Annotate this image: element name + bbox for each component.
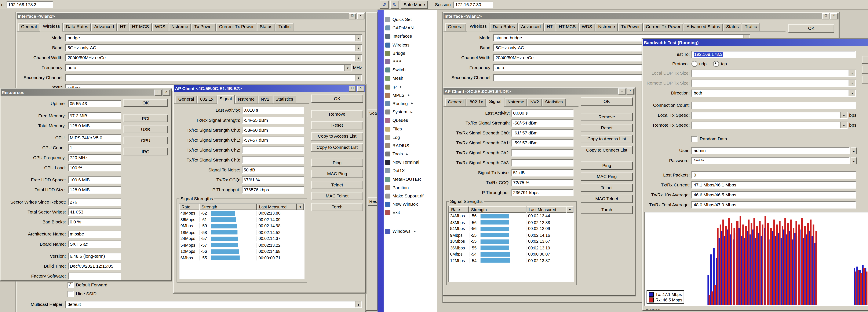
sidebar-menu-item[interactable]: Bridge ▸ (384, 49, 437, 58)
undo-button[interactable]: ↺ (380, 1, 389, 9)
tab[interactable]: Wireless (40, 23, 63, 32)
column-filter-icon[interactable]: ▼ (297, 204, 304, 210)
sidebar-menu-item[interactable]: PPP ▸ (384, 58, 437, 66)
sidebar-menu-item[interactable]: Switch ▸ (384, 66, 437, 74)
tab[interactable]: Nstreme (169, 23, 191, 31)
tab[interactable]: HT MCS (129, 23, 152, 31)
tab[interactable]: Nstreme (505, 99, 527, 106)
tab[interactable]: NV2 (258, 96, 272, 104)
user-input[interactable]: admin (691, 147, 850, 154)
tab[interactable]: Traffic (742, 23, 760, 31)
sidebar-menu-item[interactable]: Routing ▸ (384, 100, 437, 108)
session-input[interactable]: 172.16.27.30 (454, 1, 493, 8)
checkbox[interactable] (67, 282, 74, 288)
titlebar[interactable]: AP Client <4C:5E:0C:E1:64:DF> □ × (443, 88, 635, 95)
sidebar-menu-item[interactable]: Wireless ▸ (384, 41, 437, 49)
ok-button[interactable]: OK (788, 24, 834, 33)
safe-mode-button[interactable]: Safe Mode (401, 1, 428, 9)
tab[interactable]: Signal (217, 95, 235, 104)
protocol-radio[interactable]: tcp (713, 61, 727, 67)
ap-client-button[interactable]: Ping (581, 162, 633, 170)
dropdown-icon[interactable]: ▼ (355, 302, 362, 308)
dropdown-icon[interactable]: ▼ (355, 55, 362, 61)
sidebar-menu-item[interactable]: Mesh ▸ (384, 74, 437, 83)
ap-client-button[interactable]: Remove (311, 110, 363, 118)
combo-input[interactable]: auto ▼ (65, 64, 351, 71)
table-row[interactable]: 6Mbps -54 00:00:00.07 (449, 251, 574, 257)
session-input[interactable]: 192.168.178.3 (6, 1, 53, 8)
column-header-last-measured[interactable]: Last Measured (526, 206, 566, 213)
checkbox[interactable] (67, 291, 74, 297)
column-filter-icon[interactable]: ▼ (566, 206, 574, 213)
ap-client-button[interactable]: MAC Telnet (311, 192, 363, 200)
tab[interactable]: Wireless (467, 23, 490, 32)
ap-client-button[interactable]: Torch (581, 206, 633, 214)
table-row[interactable]: 48Mbps -56 00:02:12.88 (449, 219, 574, 226)
sidebar-menu-item[interactable]: MetaROUTER ▸ (384, 175, 437, 183)
sidebar-menu-item[interactable]: Partition ▸ (384, 183, 437, 192)
sidebar-menu-item[interactable]: RADIUS ▸ (384, 141, 437, 150)
sidebar-menu-item[interactable]: System ▸ (384, 108, 437, 116)
maximize-button[interactable]: □ (349, 13, 356, 19)
sidebar-menu-item[interactable]: MPLS ▸ (384, 91, 437, 100)
tab[interactable]: General (445, 23, 466, 31)
dropdown-icon[interactable]: ▼ (840, 112, 847, 118)
column-header-rate[interactable]: Rate (180, 204, 199, 210)
ap-client-button[interactable]: MAC Ping (311, 170, 363, 178)
titlebar[interactable]: AP Client <4C:5E:0C:E1:4B:B7> □ × (174, 85, 365, 92)
sidebar-menu-item[interactable]: Queues ▸ (384, 116, 437, 125)
tab[interactable]: General (176, 96, 197, 104)
ap-client-button[interactable]: OK (581, 97, 633, 105)
sidebar-menu-item[interactable]: New Terminal ▸ (384, 158, 437, 167)
tab[interactable]: Current Tx Power (216, 23, 256, 31)
table-row[interactable]: 9Mbps -55 00:02:14.16 (449, 232, 574, 238)
dropdown-icon[interactable]: ▼ (840, 122, 847, 128)
signal-strengths-table[interactable]: Rate Strength Last Measured ▼ 24M (448, 206, 574, 282)
redo-button[interactable]: ↻ (390, 1, 399, 9)
sidebar-menu-item[interactable]: Quick Set ▸ (384, 15, 437, 24)
column-header-strength[interactable]: Strength (199, 204, 257, 210)
sidebar-menu-item[interactable]: Dot1X ▸ (384, 167, 437, 175)
table-row[interactable]: 9Mbps -59 00:02:14.98 (180, 223, 304, 229)
sidebar-menu-item[interactable]: Files ▸ (384, 125, 437, 133)
titlebar[interactable]: Interface <wlan1> □ × (17, 13, 365, 19)
tab[interactable]: Advanced Status (684, 23, 723, 31)
sidebar-menu-item[interactable]: Tools ▸ (384, 150, 437, 158)
ap-client-button[interactable]: Telnet (581, 184, 633, 192)
tab[interactable]: General (445, 99, 466, 106)
side-button[interactable]: Stop (862, 66, 868, 74)
tab[interactable]: NV2 (528, 99, 542, 106)
titlebar[interactable]: Resources □ × (1, 89, 171, 96)
tab[interactable]: Data Rates (490, 23, 518, 31)
ap-client-button[interactable]: Torch (311, 203, 363, 211)
column-header-rate[interactable]: Rate (449, 206, 469, 213)
reset-configuration-button-partial[interactable]: Reset Configuration (368, 198, 377, 206)
table-row[interactable]: 24Mbps -56 00:02:13.44 (449, 213, 574, 219)
tab[interactable]: Status (257, 23, 275, 31)
dropdown-icon[interactable]: ▼ (355, 45, 362, 51)
side-button[interactable]: Start (862, 56, 868, 64)
tab[interactable]: Nstreme (595, 23, 618, 31)
protocol-radio[interactable]: udp (691, 61, 707, 67)
table-row[interactable]: 36Mbps -61 00:02:14.09 (180, 216, 304, 223)
maximize-button[interactable]: □ (822, 13, 829, 19)
close-button[interactable]: × (357, 13, 364, 19)
table-row[interactable]: 12Mbps -54 00:02:13.87 (449, 257, 574, 264)
tab[interactable]: Advanced (91, 23, 117, 31)
resources-button[interactable]: PCI (123, 114, 167, 123)
combo-input[interactable]: 20/40/80MHz eeCe ▼ (65, 54, 362, 61)
titlebar[interactable]: Bandwidth Test (Running) □ × (643, 39, 868, 46)
resources-button[interactable]: USB (123, 126, 167, 133)
table-row[interactable]: 54Mbps -56 00:02:12.09 (449, 226, 574, 232)
column-header-last-measured[interactable]: Last Measured (257, 204, 297, 210)
combo-input[interactable]: bridge ▼ (65, 34, 362, 41)
resources-button[interactable]: OK (123, 99, 167, 107)
combo-input[interactable]: default ▼ (65, 301, 362, 308)
ap-client-button[interactable]: Reset (311, 121, 363, 129)
close-button[interactable]: × (830, 13, 838, 19)
tab[interactable]: Advanced (518, 23, 544, 31)
tab[interactable]: Status (723, 23, 741, 31)
close-button[interactable]: × (626, 88, 634, 94)
local-tx-speed-input[interactable]: ▼ (691, 112, 848, 119)
ap-client-button[interactable]: Copy to Access List (581, 135, 633, 143)
